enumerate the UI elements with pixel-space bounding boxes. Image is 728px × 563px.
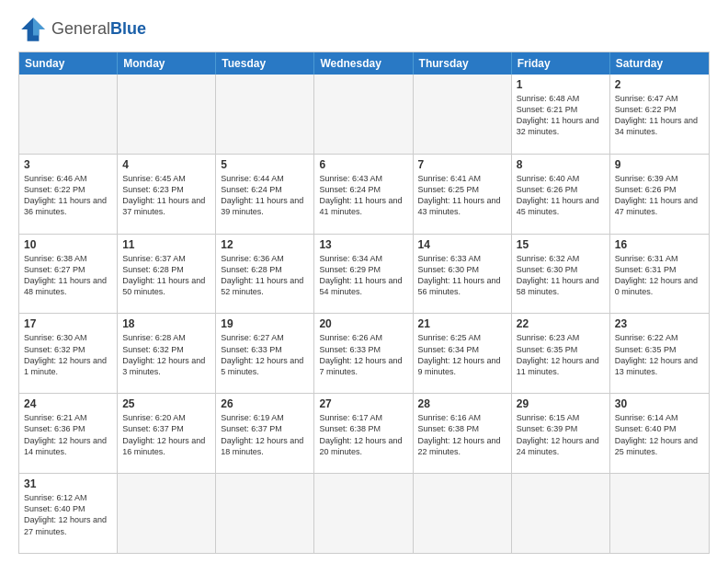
day-number: 17 [24, 317, 112, 330]
day-number: 27 [319, 397, 407, 410]
calendar-cell: 19Sunrise: 6:27 AM Sunset: 6:33 PM Dayli… [216, 314, 314, 393]
calendar-row-5: 31Sunrise: 6:12 AM Sunset: 6:40 PM Dayli… [19, 473, 709, 553]
calendar-cell [314, 75, 413, 154]
logo-icon [18, 15, 48, 44]
calendar-cell: 2Sunrise: 6:47 AM Sunset: 6:22 PM Daylig… [610, 75, 709, 154]
day-info: Sunrise: 6:40 AM Sunset: 6:26 PM Dayligh… [517, 173, 605, 218]
calendar-row-2: 10Sunrise: 6:38 AM Sunset: 6:27 PM Dayli… [19, 234, 709, 314]
day-info: Sunrise: 6:48 AM Sunset: 6:21 PM Dayligh… [517, 93, 605, 138]
day-number: 30 [615, 397, 704, 410]
calendar-cell [414, 75, 512, 154]
header-cell-monday: Monday [118, 52, 216, 75]
logo-text: GeneralBlue [51, 20, 146, 39]
day-info: Sunrise: 6:12 AM Sunset: 6:40 PM Dayligh… [24, 492, 112, 537]
calendar-cell [610, 474, 709, 553]
calendar-row-4: 24Sunrise: 6:21 AM Sunset: 6:36 PM Dayli… [19, 393, 709, 473]
day-number: 9 [615, 158, 704, 171]
calendar-cell: 5Sunrise: 6:44 AM Sunset: 6:24 PM Daylig… [216, 155, 314, 234]
calendar-cell: 3Sunrise: 6:46 AM Sunset: 6:22 PM Daylig… [19, 155, 118, 234]
day-number: 11 [122, 238, 210, 251]
calendar-cell: 21Sunrise: 6:25 AM Sunset: 6:34 PM Dayli… [414, 314, 512, 393]
calendar-row-1: 3Sunrise: 6:46 AM Sunset: 6:22 PM Daylig… [19, 154, 709, 234]
day-number: 6 [319, 158, 407, 171]
logo: GeneralBlue [18, 15, 146, 44]
calendar-cell: 7Sunrise: 6:41 AM Sunset: 6:25 PM Daylig… [414, 155, 512, 234]
day-number: 29 [517, 397, 605, 410]
day-info: Sunrise: 6:14 AM Sunset: 6:40 PM Dayligh… [615, 412, 704, 457]
calendar-cell: 14Sunrise: 6:33 AM Sunset: 6:30 PM Dayli… [414, 235, 512, 314]
day-number: 8 [517, 158, 605, 171]
day-info: Sunrise: 6:20 AM Sunset: 6:37 PM Dayligh… [122, 412, 210, 457]
day-info: Sunrise: 6:25 AM Sunset: 6:34 PM Dayligh… [418, 332, 506, 377]
calendar-cell: 17Sunrise: 6:30 AM Sunset: 6:32 PM Dayli… [19, 314, 118, 393]
day-number: 7 [418, 158, 506, 171]
calendar-cell [512, 474, 610, 553]
day-info: Sunrise: 6:23 AM Sunset: 6:35 PM Dayligh… [517, 332, 605, 377]
calendar-cell: 16Sunrise: 6:31 AM Sunset: 6:31 PM Dayli… [610, 235, 709, 314]
day-number: 13 [319, 238, 407, 251]
day-number: 15 [517, 238, 605, 251]
calendar-cell: 6Sunrise: 6:43 AM Sunset: 6:24 PM Daylig… [314, 155, 413, 234]
page: GeneralBlue SundayMondayTuesdayWednesday… [0, 0, 728, 563]
calendar-cell: 13Sunrise: 6:34 AM Sunset: 6:29 PM Dayli… [314, 235, 413, 314]
day-info: Sunrise: 6:39 AM Sunset: 6:26 PM Dayligh… [615, 173, 704, 218]
day-info: Sunrise: 6:34 AM Sunset: 6:29 PM Dayligh… [319, 253, 407, 298]
day-info: Sunrise: 6:30 AM Sunset: 6:32 PM Dayligh… [24, 332, 112, 377]
day-number: 25 [122, 397, 210, 410]
day-info: Sunrise: 6:38 AM Sunset: 6:27 PM Dayligh… [24, 253, 112, 298]
calendar-cell: 22Sunrise: 6:23 AM Sunset: 6:35 PM Dayli… [512, 314, 610, 393]
day-number: 3 [24, 158, 112, 171]
calendar: SundayMondayTuesdayWednesdayThursdayFrid… [18, 52, 710, 554]
calendar-cell [19, 75, 118, 154]
day-info: Sunrise: 6:36 AM Sunset: 6:28 PM Dayligh… [221, 253, 309, 298]
calendar-cell: 26Sunrise: 6:19 AM Sunset: 6:37 PM Dayli… [216, 394, 314, 473]
day-info: Sunrise: 6:41 AM Sunset: 6:25 PM Dayligh… [418, 173, 506, 218]
header-cell-sunday: Sunday [19, 52, 118, 75]
calendar-cell [216, 75, 314, 154]
calendar-cell: 12Sunrise: 6:36 AM Sunset: 6:28 PM Dayli… [216, 235, 314, 314]
calendar-cell [118, 75, 216, 154]
calendar-row-3: 17Sunrise: 6:30 AM Sunset: 6:32 PM Dayli… [19, 313, 709, 393]
calendar-cell: 10Sunrise: 6:38 AM Sunset: 6:27 PM Dayli… [19, 235, 118, 314]
calendar-cell: 9Sunrise: 6:39 AM Sunset: 6:26 PM Daylig… [610, 155, 709, 234]
header-cell-tuesday: Tuesday [216, 52, 314, 75]
day-info: Sunrise: 6:16 AM Sunset: 6:38 PM Dayligh… [418, 412, 506, 457]
calendar-cell: 30Sunrise: 6:14 AM Sunset: 6:40 PM Dayli… [610, 394, 709, 473]
calendar-cell: 25Sunrise: 6:20 AM Sunset: 6:37 PM Dayli… [118, 394, 216, 473]
day-info: Sunrise: 6:17 AM Sunset: 6:38 PM Dayligh… [319, 412, 407, 457]
calendar-cell: 31Sunrise: 6:12 AM Sunset: 6:40 PM Dayli… [19, 474, 118, 553]
calendar-cell: 1Sunrise: 6:48 AM Sunset: 6:21 PM Daylig… [512, 75, 610, 154]
calendar-header: SundayMondayTuesdayWednesdayThursdayFrid… [19, 52, 709, 75]
day-info: Sunrise: 6:21 AM Sunset: 6:36 PM Dayligh… [24, 412, 112, 457]
calendar-row-0: 1Sunrise: 6:48 AM Sunset: 6:21 PM Daylig… [19, 75, 709, 154]
calendar-cell [414, 474, 512, 553]
calendar-cell: 28Sunrise: 6:16 AM Sunset: 6:38 PM Dayli… [414, 394, 512, 473]
header-cell-friday: Friday [512, 52, 610, 75]
calendar-cell: 24Sunrise: 6:21 AM Sunset: 6:36 PM Dayli… [19, 394, 118, 473]
calendar-cell [118, 474, 216, 553]
calendar-cell: 15Sunrise: 6:32 AM Sunset: 6:30 PM Dayli… [512, 235, 610, 314]
day-info: Sunrise: 6:31 AM Sunset: 6:31 PM Dayligh… [615, 253, 704, 298]
day-number: 19 [221, 317, 309, 330]
header-cell-wednesday: Wednesday [314, 52, 413, 75]
day-info: Sunrise: 6:26 AM Sunset: 6:33 PM Dayligh… [319, 332, 407, 377]
day-info: Sunrise: 6:22 AM Sunset: 6:35 PM Dayligh… [615, 332, 704, 377]
calendar-cell: 27Sunrise: 6:17 AM Sunset: 6:38 PM Dayli… [314, 394, 413, 473]
day-info: Sunrise: 6:45 AM Sunset: 6:23 PM Dayligh… [122, 173, 210, 218]
svg-marker-1 [33, 17, 45, 35]
day-number: 22 [517, 317, 605, 330]
day-info: Sunrise: 6:43 AM Sunset: 6:24 PM Dayligh… [319, 173, 407, 218]
day-number: 4 [122, 158, 210, 171]
calendar-cell: 4Sunrise: 6:45 AM Sunset: 6:23 PM Daylig… [118, 155, 216, 234]
header-cell-saturday: Saturday [610, 52, 709, 75]
calendar-cell: 29Sunrise: 6:15 AM Sunset: 6:39 PM Dayli… [512, 394, 610, 473]
day-number: 28 [418, 397, 506, 410]
day-info: Sunrise: 6:15 AM Sunset: 6:39 PM Dayligh… [517, 412, 605, 457]
day-number: 21 [418, 317, 506, 330]
header-cell-thursday: Thursday [414, 52, 512, 75]
calendar-cell [216, 474, 314, 553]
day-info: Sunrise: 6:47 AM Sunset: 6:22 PM Dayligh… [615, 93, 704, 138]
day-info: Sunrise: 6:46 AM Sunset: 6:22 PM Dayligh… [24, 173, 112, 218]
calendar-cell: 20Sunrise: 6:26 AM Sunset: 6:33 PM Dayli… [314, 314, 413, 393]
day-number: 2 [615, 78, 704, 91]
